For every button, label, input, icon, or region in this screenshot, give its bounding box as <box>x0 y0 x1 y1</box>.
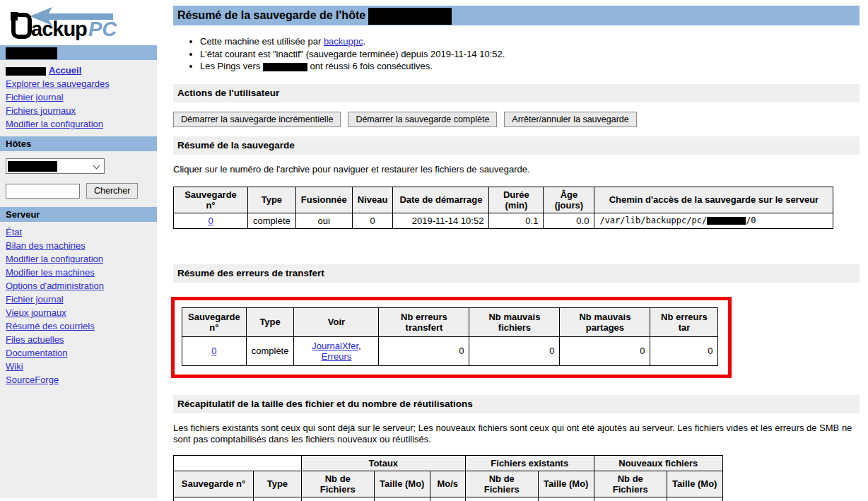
header-cell: Chemin d'accès de la sauvegarde sur le s… <box>594 187 833 213</box>
server-section-header: Serveur <box>0 207 157 222</box>
start-full-backup-button[interactable]: Démarrer la sauvegarde complète <box>348 112 497 127</box>
size-summary-note: Les fichiers existants sont ceux qui son… <box>173 423 860 445</box>
svg-text:ackup: ackup <box>31 18 87 40</box>
table-header-row: Sauvegarde n° Type Fusionnée Niveau Date… <box>174 187 833 213</box>
header-cell: Nb de Fichiers <box>594 471 667 497</box>
size-summary-table: Totaux Fichiers existants Nouveaux fichi… <box>173 455 723 501</box>
search-button[interactable]: Chercher <box>86 183 138 199</box>
host-search-input[interactable] <box>6 184 80 199</box>
table-row: 0 complète JournalXfer,Erreurs 0 0 0 0 <box>182 336 718 365</box>
sidebar-item-documentation[interactable]: Documentation <box>6 348 67 358</box>
cell: 397 <box>594 497 667 501</box>
redacted-hostname <box>263 63 307 71</box>
header-cell: Sauvegarde n° <box>182 307 247 336</box>
owner-user-link[interactable]: backuppc <box>324 36 363 47</box>
status-text: Les Pings vers <box>200 61 263 71</box>
sidebar-item-home[interactable]: Accueil <box>49 65 81 76</box>
sidebar-item-admin-options[interactable]: Options d'administration <box>6 281 104 291</box>
sidebar-item-log-file[interactable]: Fichier journal <box>6 92 64 102</box>
view-logs-cell: JournalXfer,Erreurs <box>294 336 379 365</box>
cell: 28.92 <box>430 497 465 501</box>
sidebar-item-browse-backups[interactable]: Explorer les sauvegardes <box>6 78 110 89</box>
header-cell: Nb mauvais fichiers <box>469 307 560 336</box>
sidebar-item-sourceforge[interactable]: SourceForge <box>6 375 59 385</box>
cell: 0.0 <box>544 213 594 228</box>
header-cell: Sauvegarde n° <box>174 471 254 497</box>
highlight-annotation-box: Sauvegarde n° Type Voir Nb erreurs trans… <box>171 297 732 378</box>
sidebar-item-server-log-file[interactable]: Fichier journal <box>6 294 64 305</box>
start-incremental-backup-button[interactable]: Démarrer la sauvegarde incrémentielle <box>173 112 341 127</box>
sidebar-item-edit-hosts[interactable]: Modifier les machines <box>6 267 95 278</box>
cell: complète <box>246 336 294 365</box>
sidebar-item-status[interactable]: État <box>6 227 22 237</box>
redacted-hostname <box>6 47 57 59</box>
host-select[interactable] <box>6 158 105 174</box>
status-text: . <box>363 36 366 47</box>
header-cell: Taille (Mo) <box>374 471 430 497</box>
host-status-list: Cette machine est utilisée par backuppc.… <box>200 35 860 73</box>
cell: 0 <box>469 336 560 365</box>
sidebar-filler <box>0 392 157 498</box>
cell: 202.4 <box>374 497 430 501</box>
header-cell: Niveau <box>352 187 393 213</box>
server-nav: État Bilan des machines Modifier la conf… <box>0 222 157 392</box>
group-header-cell: Nouveaux fichiers <box>594 455 722 471</box>
cell: 2019-11-14 10:52 <box>393 213 489 228</box>
header-cell: Âge (jours) <box>544 187 594 213</box>
header-cell: Nb erreurs transfert <box>379 307 469 336</box>
main-content: Résumé de la sauvegarde de l'hôte Cette … <box>173 0 860 501</box>
chevron-down-icon <box>93 163 100 170</box>
backup-summary-note: Cliquer sur le numéro de l'archive pour … <box>173 164 860 175</box>
sidebar-item-wiki[interactable]: Wiki <box>6 361 23 372</box>
sidebar-item-edit-server-config[interactable]: Modifier la configuration <box>6 254 103 264</box>
table-header-row: Sauvegarde n° Type Voir Nb erreurs trans… <box>182 307 718 336</box>
header-cell: Sauvegarde n° <box>174 187 248 213</box>
header-cell: Mo/s <box>430 471 465 497</box>
xfer-errors-table: Sauvegarde n° Type Voir Nb erreurs trans… <box>182 307 718 366</box>
sidebar: ackup PC Accueil Explorer les sauvegarde… <box>0 0 157 498</box>
sidebar-item-log-files[interactable]: Fichiers journaux <box>6 105 76 116</box>
hosts-section-header: Hôtes <box>0 136 157 151</box>
status-text: L'état courant est "inactif" (sauvegarde… <box>200 49 505 59</box>
sidebar-item-email-summary[interactable]: Résumé des courriels <box>6 321 95 331</box>
cell: complète <box>254 497 302 501</box>
cell: oui <box>295 213 352 228</box>
stop-backup-button[interactable]: Arrêter/annuler la sauvegarde <box>504 112 636 127</box>
size-summary-header: Récapitulatif de la taille des fichier e… <box>173 395 860 413</box>
backup-number-link[interactable]: 0 <box>208 216 213 226</box>
redacted-hostname <box>6 67 46 76</box>
blank-cell <box>174 455 302 471</box>
hosts-controls: Chercher <box>0 151 157 207</box>
svg-text:PC: PC <box>88 18 117 40</box>
header-cell: Taille (Mo) <box>667 471 722 497</box>
header-cell: Voir <box>294 307 379 336</box>
group-header-cell: Totaux <box>301 455 465 471</box>
path-text: /var/lib/backuppc/pc/ <box>599 216 707 225</box>
cell: 0 <box>560 336 650 365</box>
xfer-log-link[interactable]: JournalXfer <box>312 341 358 351</box>
cell: 16.2 <box>538 497 594 501</box>
header-cell: Nb de Fichiers <box>465 471 538 497</box>
header-cell: Date de démarrage <box>393 187 489 213</box>
backup-summary-header: Résumé de la sauvegarde <box>173 136 860 155</box>
cell: 0.1 <box>489 213 544 228</box>
backup-number-link[interactable]: 0 <box>211 346 216 356</box>
header-cell: Type <box>254 471 302 497</box>
path-text: /0 <box>746 216 756 225</box>
redacted-hostname <box>368 8 452 25</box>
group-header-cell: Fichiers existants <box>465 455 594 471</box>
sidebar-item-old-logs[interactable]: Vieux journaux <box>6 307 66 318</box>
cell: 0 <box>379 336 469 365</box>
list-item: Les Pings vers ont réussi 6 fois consécu… <box>200 60 860 73</box>
status-text: ont réussi 6 fois consécutives. <box>307 61 433 71</box>
table-group-header-row: Totaux Fichiers existants Nouveaux fichi… <box>174 455 723 471</box>
backup-path-cell: /var/lib/backuppc/pc//0 <box>594 213 833 228</box>
sidebar-item-current-queues[interactable]: Files actuelles <box>6 334 64 345</box>
header-cell: Nb mauvais partages <box>560 307 650 336</box>
header-cell: Type <box>246 307 294 336</box>
sidebar-item-host-summary[interactable]: Bilan des machines <box>6 240 86 251</box>
errors-link[interactable]: Erreurs <box>322 351 352 362</box>
redacted-selected-host <box>8 161 57 172</box>
sidebar-item-edit-config[interactable]: Modifier la configuration <box>6 119 103 129</box>
table-row: 0 complète 1415 202.4 28.92 1185 16.2 39… <box>174 497 723 501</box>
